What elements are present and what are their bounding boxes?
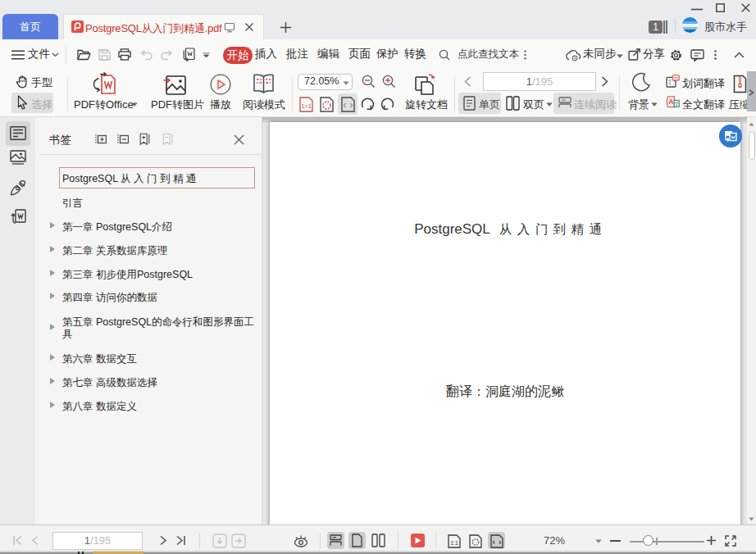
svg-text:A: A <box>668 98 673 106</box>
svg-text:文: 文 <box>674 101 679 107</box>
svg-text:1:1: 1:1 <box>450 540 458 546</box>
svg-text:1=1: 1=1 <box>301 102 312 110</box>
